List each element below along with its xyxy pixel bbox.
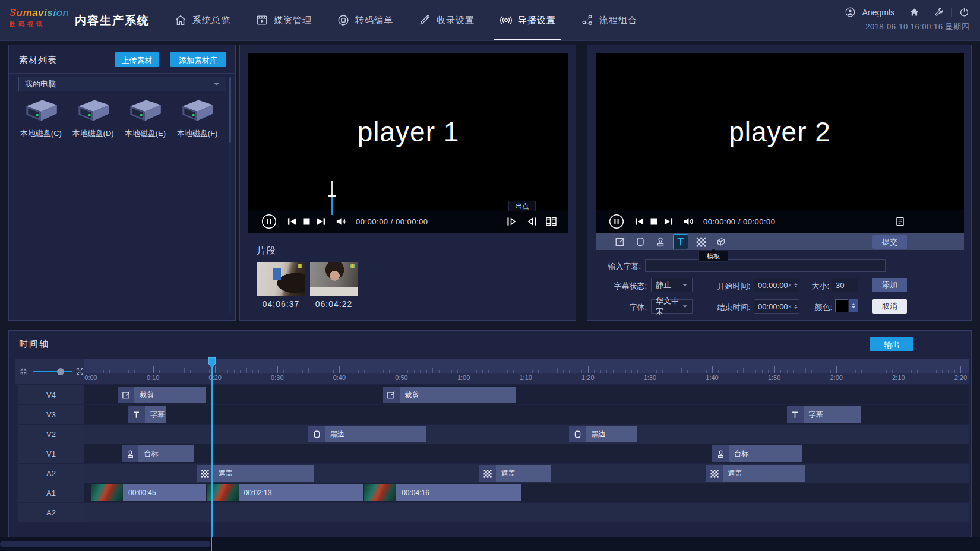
materials-scrollbar[interactable] [229, 76, 231, 314]
subtitle-state-select[interactable]: 静止 [651, 278, 693, 292]
stop-button[interactable] [650, 217, 658, 226]
playhead-marker[interactable] [208, 357, 216, 369]
station-logo-tool-button[interactable] [653, 234, 668, 249]
track-lane[interactable]: 字幕字幕 [84, 405, 969, 424]
clip-thumbnail[interactable] [310, 262, 358, 296]
track-lane[interactable] [84, 503, 969, 522]
disk-item[interactable]: 本地磁盘(F) [171, 97, 223, 139]
app-title: 内容生产系统 [75, 13, 150, 28]
stop-button[interactable] [302, 217, 311, 226]
timeline-clip[interactable]: 裁剪 [383, 387, 517, 403]
playhead-line[interactable] [211, 359, 213, 537]
timeline-clip[interactable]: 遮盖 [479, 465, 551, 482]
track-lane[interactable]: 台标台标 [84, 444, 969, 463]
playlist-button[interactable] [896, 216, 905, 227]
clips-section-title: 片段 [257, 245, 277, 256]
nav-item-3[interactable]: 收录设置 [406, 0, 487, 40]
cancel-button[interactable]: 取消 [872, 299, 907, 314]
timeline-clip[interactable]: 台标 [712, 445, 802, 462]
time-stepper[interactable] [794, 305, 798, 309]
timeline-clip[interactable]: 黑边 [308, 426, 426, 442]
timeline-clip[interactable]: 00:00:45 [91, 484, 206, 501]
disk-item[interactable]: 本地磁盘(E) [119, 97, 172, 139]
rounded-rect-icon [635, 236, 646, 247]
volume-button[interactable] [683, 217, 694, 226]
timeline-clip[interactable]: 00:02:13 [207, 484, 363, 501]
subtitle-input[interactable] [645, 259, 886, 272]
pause-button[interactable] [609, 214, 624, 229]
skip-end-button[interactable] [664, 217, 673, 226]
end-time-input[interactable]: 00:00:00 × [754, 299, 799, 314]
nav-item-0[interactable]: 系统总览 [162, 0, 243, 40]
home-icon[interactable] [909, 7, 919, 17]
divider [951, 8, 952, 17]
time-stepper[interactable] [794, 283, 798, 287]
timeline-clip[interactable]: 字幕 [787, 406, 862, 423]
color-stepper[interactable] [849, 299, 858, 312]
timeline-title: 时间轴 [19, 338, 49, 350]
volume-slider[interactable] [327, 180, 337, 215]
flow-icon [581, 14, 594, 27]
size-input[interactable] [832, 278, 858, 292]
timeline-clip[interactable]: 遮盖 [197, 465, 315, 482]
player1-timecode: 00:00:00 / 00:00:00 [356, 217, 428, 226]
output-button[interactable]: 输出 [870, 337, 913, 352]
settings-wrench-icon[interactable] [934, 7, 944, 17]
clear-icon[interactable]: × [788, 303, 792, 310]
nav-item-label: 系统总览 [192, 15, 230, 26]
mask-tool-button[interactable] [693, 234, 709, 249]
disk-item[interactable]: 本地磁盘(D) [67, 97, 119, 139]
crop-tool-button[interactable] [612, 234, 628, 249]
nav-item-2[interactable]: 转码编单 [324, 0, 406, 40]
color-label: 颜色: [804, 302, 832, 313]
disk-item[interactable]: 本地磁盘(C) [15, 97, 67, 139]
out-point-button[interactable] [527, 217, 537, 226]
clip-list-button[interactable] [545, 217, 557, 226]
zoom-in-icon[interactable] [76, 368, 84, 375]
timeline-row: A2遮盖遮盖遮盖 [9, 464, 972, 483]
font-select[interactable]: 华文中宋 [651, 299, 693, 314]
timeline-clip[interactable]: 00:04:16 [364, 484, 521, 501]
nav-item-1[interactable]: 媒资管理 [243, 0, 324, 40]
skip-end-button[interactable] [317, 217, 325, 226]
start-time-input[interactable]: 00:00:00 × [754, 278, 799, 292]
zoom-slider-handle[interactable] [57, 368, 64, 375]
timeline-clip[interactable]: 裁剪 [118, 387, 206, 403]
skip-start-button[interactable] [287, 217, 296, 226]
timeline-row: V4裁剪裁剪 [9, 385, 972, 405]
timeline-ruler[interactable]: 0:000:100:200:300:400:501:001:101:201:30… [84, 359, 969, 384]
color-swatch[interactable] [835, 299, 848, 312]
add-subtitle-button[interactable]: 添加 [872, 278, 907, 292]
black-border-tool-button[interactable] [633, 234, 648, 249]
add-library-button[interactable]: 添加素材库 [170, 52, 226, 67]
zoom-out-icon[interactable] [20, 368, 27, 375]
in-point-button[interactable] [507, 217, 517, 226]
timeline-row: A100:00:4500:02:1300:04:16 [9, 483, 972, 503]
timeline-clip[interactable]: 黑边 [569, 426, 637, 442]
volume-track [331, 180, 333, 195]
scrollbar-handle[interactable] [0, 542, 210, 547]
power-icon[interactable] [959, 7, 969, 17]
subtitle-tool-button[interactable] [673, 234, 688, 249]
pause-button[interactable] [261, 214, 277, 229]
clear-icon[interactable]: × [788, 281, 792, 289]
track-lane[interactable]: 黑边黑边 [84, 425, 969, 444]
clip-label: 字幕 [804, 410, 823, 420]
ruler-label: 1:00 [457, 374, 470, 381]
location-dropdown[interactable]: 我的电脑 [18, 77, 226, 91]
track-lane[interactable]: 00:00:4500:02:1300:04:16 [84, 483, 969, 502]
ruler-label: 0:10 [147, 374, 159, 381]
nav-item-5[interactable]: 流程组合 [568, 0, 650, 40]
timeline-clip[interactable]: 台标 [122, 445, 193, 462]
track-lane[interactable]: 遮盖遮盖遮盖 [84, 464, 969, 483]
timeline-clip[interactable]: 遮盖 [706, 465, 805, 482]
skip-start-button[interactable] [635, 217, 644, 226]
volume-button[interactable] [336, 217, 347, 226]
nav-item-4[interactable]: 导播设置 [487, 0, 568, 40]
zoom-slider[interactable] [33, 371, 72, 372]
timeline-clip[interactable]: 字幕 [128, 406, 166, 423]
clip-thumbnail[interactable] [257, 262, 305, 296]
upload-material-button[interactable]: 上传素材 [115, 52, 159, 67]
track-lane[interactable]: 裁剪裁剪 [84, 385, 969, 404]
submit-button[interactable]: 提交 [872, 235, 907, 249]
